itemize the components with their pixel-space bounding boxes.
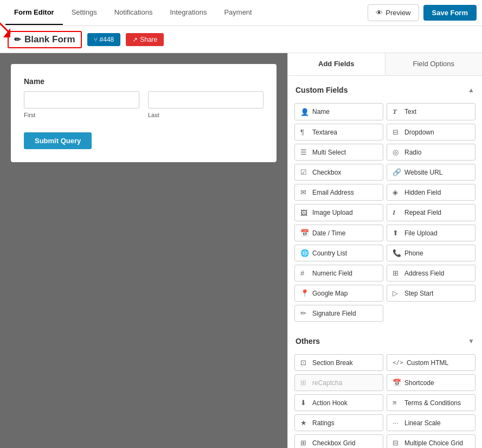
field-btn-googlemap[interactable]: 📍 Google Map (294, 285, 383, 302)
field-phone-label: Phone (404, 249, 423, 257)
field-btn-fileupload[interactable]: ⬆ File Upload (387, 225, 475, 241)
field-multiselect-label: Multi Select (312, 149, 346, 156)
terms-icon: ≡ (393, 399, 401, 407)
name-icon: 👤 (300, 108, 309, 116)
field-btn-image[interactable]: 🖼 Image Upload (294, 204, 383, 221)
field-btn-datetime[interactable]: 📅 Date / Time (294, 225, 383, 241)
field-btn-mc-grid[interactable]: ⊟ Multiple Choice Grid (387, 434, 475, 448)
field-btn-action-hook[interactable]: ⬇ Action Hook (294, 394, 383, 411)
fork-icon: ⑂ (94, 36, 98, 43)
field-btn-recaptcha: ⊞ reCaptcha (294, 374, 383, 391)
text-icon: T (393, 107, 401, 116)
field-section-break-label: Section Break (312, 359, 353, 367)
multiselect-icon: ☰ (300, 148, 309, 156)
sub-header: ✏ Blank Form ⑂ #448 ↗ Share (0, 26, 482, 53)
others-fields-grid: ⊡ Section Break </> Custom HTML ⊞ reCapt… (294, 354, 475, 448)
field-website-label: Website URL (404, 169, 442, 176)
field-googlemap-label: Google Map (312, 290, 348, 297)
field-btn-terms[interactable]: ≡ Terms & Conditions (387, 394, 475, 411)
field-btn-hidden[interactable]: ◈ Hidden Field (387, 184, 475, 201)
submit-button[interactable]: Submit Query (24, 132, 92, 149)
first-label: First (24, 112, 139, 118)
field-btn-checkbox[interactable]: ☑ Checkbox (294, 164, 383, 181)
field-datetime-label: Date / Time (312, 229, 345, 237)
repeat-icon: I (393, 208, 401, 217)
field-btn-ratings[interactable]: ★ Ratings (294, 414, 383, 431)
field-btn-section-break[interactable]: ⊡ Section Break (294, 354, 383, 371)
custom-fields-header: Custom Fields ▲ (294, 81, 475, 99)
top-nav: Form Editor Settings Notifications Integ… (0, 0, 482, 26)
field-dropdown-label: Dropdown (404, 129, 434, 136)
share-label: Share (140, 36, 157, 43)
field-btn-textarea[interactable]: ¶ Textarea (294, 124, 383, 140)
name-field-row (24, 91, 264, 108)
last-label: Last (148, 112, 264, 118)
others-section: Others ▼ ⊡ Section Break </> Custom HTML… (288, 327, 482, 448)
field-btn-phone[interactable]: 📞 Phone (387, 245, 475, 261)
save-form-button[interactable]: Save Form (423, 5, 477, 21)
field-btn-dropdown[interactable]: ⊟ Dropdown (387, 124, 475, 140)
tab-notifications[interactable]: Notifications (106, 1, 162, 25)
tab-payment[interactable]: Payment (215, 1, 260, 25)
field-recaptcha-label: reCaptcha (312, 379, 342, 387)
field-btn-multiselect[interactable]: ☰ Multi Select (294, 144, 383, 161)
radio-icon: ◎ (393, 148, 401, 156)
field-stepstart-label: Step Start (404, 290, 433, 297)
share-button[interactable]: ↗ Share (126, 33, 164, 46)
recaptcha-icon: ⊞ (300, 379, 309, 387)
website-icon: 🔗 (393, 168, 401, 176)
field-btn-linear-scale[interactable]: ··· Linear Scale (387, 414, 475, 431)
field-btn-numeric[interactable]: # Numeric Field (294, 265, 383, 281)
field-btn-radio[interactable]: ◎ Radio (387, 144, 475, 161)
numeric-icon: # (300, 269, 309, 277)
stepstart-icon: ▷ (393, 289, 401, 297)
field-btn-name[interactable]: 👤 Name (294, 103, 383, 120)
last-name-input[interactable] (148, 91, 264, 108)
form-card: Name First Last Submit Query (11, 64, 277, 162)
tab-add-fields[interactable]: Add Fields (288, 53, 385, 75)
tab-field-options[interactable]: Field Options (385, 53, 483, 75)
field-btn-checkbox-grid[interactable]: ⊞ Checkbox Grid (294, 434, 383, 448)
dropdown-icon: ⊟ (393, 128, 401, 136)
linear-scale-icon: ··· (393, 419, 401, 427)
field-text-label: Text (404, 108, 416, 116)
phone-icon: 📞 (393, 249, 401, 257)
field-btn-repeat[interactable]: I Repeat Field (387, 204, 475, 221)
field-btn-shortcode[interactable]: 📅 Shortcode (387, 374, 475, 391)
tab-integrations[interactable]: Integrations (161, 1, 215, 25)
action-hook-icon: ⬇ (300, 399, 309, 407)
btn-448[interactable]: ⑂ #448 (87, 33, 121, 46)
field-btn-email[interactable]: ✉ Email Address (294, 184, 383, 201)
share-icon: ↗ (132, 36, 138, 43)
shortcode-icon: 📅 (393, 379, 401, 387)
field-btn-website[interactable]: 🔗 Website URL (387, 164, 475, 181)
custom-fields-section: Custom Fields ▲ 👤 Name T Text ¶ Textarea (288, 76, 482, 327)
field-textarea-label: Textarea (312, 129, 337, 136)
field-btn-custom-html[interactable]: </> Custom HTML (387, 354, 475, 371)
field-shortcode-label: Shortcode (404, 379, 434, 387)
field-btn-stepstart[interactable]: ▷ Step Start (387, 285, 475, 302)
custom-fields-title: Custom Fields (295, 86, 348, 94)
checkbox-grid-icon: ⊞ (300, 439, 309, 447)
section-break-icon: ⊡ (300, 359, 309, 367)
name-field-label: Name (24, 77, 264, 86)
checkbox-icon: ☑ (300, 168, 309, 176)
custom-fields-grid: 👤 Name T Text ¶ Textarea ⊟ Dropdown (294, 103, 475, 322)
address-icon: ⊞ (393, 269, 401, 277)
field-btn-country[interactable]: 🌐 Country List (294, 245, 383, 261)
field-terms-label: Terms & Conditions (404, 399, 461, 407)
first-name-input[interactable] (24, 91, 139, 108)
btn-448-label: #448 (100, 36, 114, 43)
field-btn-signature[interactable]: ✏ Signature Field (294, 305, 383, 322)
signature-icon: ✏ (300, 309, 309, 317)
field-btn-address[interactable]: ⊞ Address Field (387, 265, 475, 281)
field-btn-text[interactable]: T Text (387, 103, 475, 120)
form-title-text: Blank Form (24, 34, 75, 45)
tab-settings[interactable]: Settings (63, 1, 106, 25)
preview-button[interactable]: 👁 Preview (368, 4, 419, 21)
tab-form-editor[interactable]: Form Editor (5, 1, 63, 25)
field-hidden-label: Hidden Field (404, 189, 441, 196)
googlemap-icon: 📍 (300, 289, 309, 297)
field-custom-html-label: Custom HTML (407, 359, 448, 367)
chevron-down-icon: ▼ (468, 337, 474, 345)
